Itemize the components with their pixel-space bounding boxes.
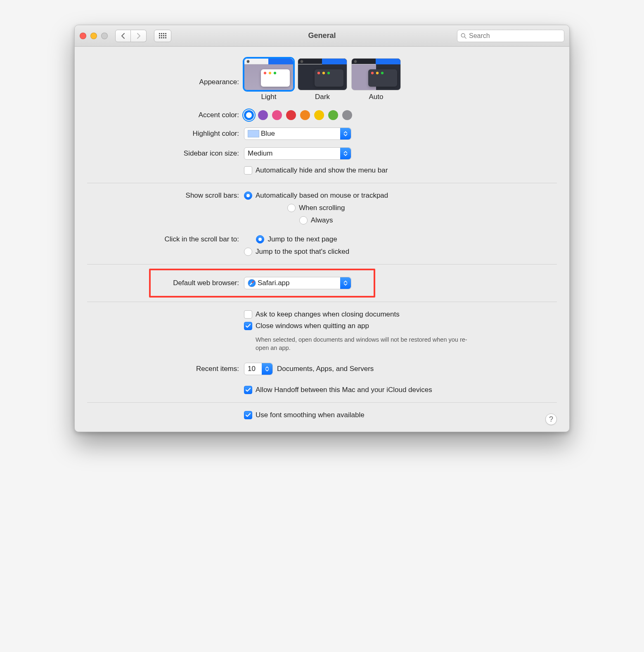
- search-field[interactable]: [457, 30, 564, 42]
- recent-items-label: Recent items:: [75, 365, 244, 373]
- back-button[interactable]: [115, 30, 131, 42]
- nav-buttons: [115, 30, 147, 42]
- accent-swatch-5[interactable]: [314, 110, 324, 120]
- preferences-window: General Appearance: Light Dark: [74, 25, 570, 432]
- appearance-option-dark[interactable]: Dark: [298, 58, 347, 101]
- scrollbars-option-0[interactable]: Automatically based on mouse or trackpad: [244, 191, 388, 200]
- accent-swatch-2[interactable]: [272, 110, 282, 120]
- ask-keep-changes-checkbox[interactable]: Ask to keep changes when closing documen…: [244, 310, 400, 319]
- appearance-label: Appearance:: [75, 58, 244, 86]
- show-all-button[interactable]: [154, 30, 171, 42]
- sidebar-size-select[interactable]: Medium: [244, 147, 351, 160]
- click-scrollbar-radiogroup: Jump to the next pageJump to the spot th…: [244, 235, 349, 256]
- safari-icon: [248, 279, 256, 287]
- minimize-window-button[interactable]: [90, 33, 97, 39]
- accent-swatch-3[interactable]: [286, 110, 296, 120]
- default-browser-label: Default web browser:: [75, 279, 244, 287]
- recent-items-select[interactable]: 10: [244, 363, 273, 375]
- chevron-updown-icon: [340, 148, 351, 159]
- search-input[interactable]: [469, 32, 561, 40]
- click-scrollbar-option-0[interactable]: Jump to the next page: [256, 235, 337, 243]
- font-smoothing-checkbox[interactable]: Use font smoothing when available: [244, 411, 365, 419]
- handoff-checkbox[interactable]: Allow Handoff between this Mac and your …: [244, 386, 432, 394]
- scrollbars-option-1[interactable]: When scrolling: [287, 204, 345, 212]
- appearance-option-auto[interactable]: Auto: [351, 58, 401, 101]
- scrollbars-label: Show scroll bars:: [75, 191, 244, 200]
- close-window-button[interactable]: [80, 33, 86, 39]
- search-icon: [461, 33, 466, 39]
- content: Appearance: Light Dark Auto Accent color…: [75, 47, 569, 432]
- accent-swatch-4[interactable]: [300, 110, 310, 120]
- zoom-window-button: [101, 33, 108, 39]
- chevron-updown-icon: [262, 363, 272, 375]
- chevron-updown-icon: [340, 277, 351, 289]
- accent-swatch-6[interactable]: [328, 110, 338, 120]
- chevron-updown-icon: [340, 128, 351, 139]
- accent-label: Accent color:: [75, 111, 244, 119]
- svg-line-1: [464, 37, 466, 38]
- accent-swatch-1[interactable]: [258, 110, 268, 120]
- appearance-option-light[interactable]: Light: [244, 58, 294, 101]
- click-scrollbar-option-1[interactable]: Jump to the spot that's clicked: [244, 248, 349, 256]
- highlight-label: Highlight color:: [75, 130, 244, 138]
- scrollbars-option-2[interactable]: Always: [299, 216, 333, 224]
- accent-swatch-0[interactable]: [244, 110, 254, 120]
- recent-items-suffix: Documents, Apps, and Servers: [277, 365, 374, 373]
- sidebar-size-label: Sidebar icon size:: [75, 149, 244, 158]
- close-windows-checkbox[interactable]: Close windows when quitting an app: [244, 322, 369, 330]
- close-windows-note: When selected, open documents and window…: [256, 336, 478, 352]
- default-browser-select[interactable]: Safari.app: [244, 277, 351, 289]
- forward-button[interactable]: [131, 30, 147, 42]
- highlight-color-select[interactable]: Blue: [244, 128, 351, 140]
- autohide-menubar-checkbox[interactable]: Automatically hide and show the menu bar: [244, 166, 388, 175]
- highlight-swatch: [248, 130, 259, 137]
- accent-swatch-7[interactable]: [342, 110, 352, 120]
- titlebar: General: [75, 25, 569, 47]
- click-scrollbar-label: Click in the scroll bar to:: [75, 235, 244, 243]
- scrollbars-radiogroup: Automatically based on mouse or trackpad…: [244, 191, 388, 224]
- help-button[interactable]: ?: [545, 413, 557, 425]
- default-browser-row: Default web browser: Safari.app: [75, 271, 569, 295]
- window-controls: [80, 33, 108, 39]
- accent-color-picker: [244, 110, 352, 120]
